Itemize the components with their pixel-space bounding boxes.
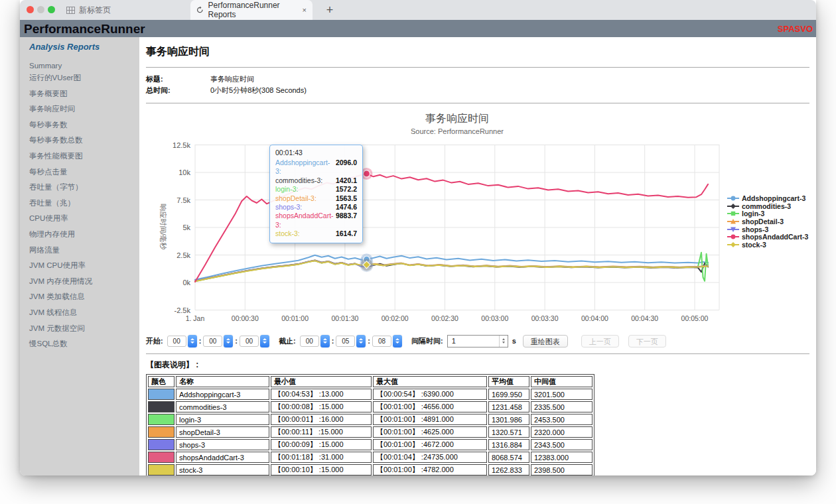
zoom-window-button[interactable] [48,6,55,13]
main-content: 事务响应时间 标题: 事务响应时间 总时间: 0小时5分钟8秒(308 Seco… [139,37,816,475]
svg-text:事务响应时间: 事务响应时间 [425,113,489,124]
sidebar-item[interactable]: JVM 内存使用情况 [29,277,139,286]
stepper-arrows[interactable] [260,335,269,347]
svg-text:00:01:00: 00:01:00 [281,314,309,322]
legend-marker-icon [727,203,739,210]
sidebar: Analysis Reports Summary运行的VUser图事务概要图事务… [20,37,139,475]
meta-duration-value: 0小时5分钟8秒(308 Seconds) [210,85,307,96]
stepper-arrows[interactable] [393,335,402,347]
sidebar-item[interactable]: 吞吐量（兆） [29,198,139,208]
legend-item[interactable]: stock-3 [727,241,808,249]
sidebar-item[interactable]: 事务性能概要图 [29,151,139,161]
table-cell-min: 【00:00:08】 :15.000 [271,401,372,412]
tooltip-row: shops-3:1474.6 [275,203,357,212]
svg-text:00:03:00: 00:03:00 [481,314,508,322]
legend-marker-icon [727,195,739,202]
time-stepper[interactable]: 08 [372,335,402,347]
stepper-arrows[interactable] [320,335,330,347]
tab-close-icon[interactable]: × [303,6,307,14]
sidebar-item[interactable]: 事务概要图 [29,89,139,99]
prev-page-button[interactable]: 上一页 [581,335,619,347]
meta-duration-label: 总时间: [146,85,210,96]
table-cell-avg: 1320.571 [488,426,529,438]
series-color-swatch [148,389,174,400]
redraw-chart-button[interactable]: 重绘图表 [523,335,568,347]
sidebar-item[interactable]: JVM CPU使用率 [29,261,139,271]
table-cell-name: shopDetail-3 [176,426,269,438]
time-stepper[interactable]: 00 [167,335,197,347]
table-cell-median: 2320.000 [531,426,592,438]
legend-item[interactable]: shops-3 [727,225,808,233]
sidebar-item[interactable]: JVM 线程信息 [29,308,139,318]
legend-item[interactable]: shopDetail-3 [727,218,808,225]
sidebar-item[interactable]: 网络流量 [29,245,139,255]
sidebar-item[interactable]: 吞吐量（字节） [29,182,139,192]
interval-stepper[interactable] [499,336,508,347]
new-tab-label: 新标签页 [79,5,111,16]
sidebar-item[interactable]: JVM 元数据空间 [29,324,139,334]
legend-item[interactable]: Addshoppingcart-3 [727,194,808,202]
legend-item[interactable]: shopsAndaddCart-3 [727,233,808,241]
sidebar-item[interactable]: 物理内存使用 [29,229,139,239]
sidebar-item[interactable]: 运行的VUser图 [29,73,139,83]
time-separator: : [332,337,334,345]
new-tab-shortcut[interactable]: 新标签页 [66,0,111,20]
series-color-swatch [148,439,174,450]
time-stepper[interactable]: 00 [203,335,233,347]
stepper-arrows[interactable] [224,335,233,347]
legend-marker-icon [727,241,739,248]
legend-label: login-3 [742,210,764,218]
sidebar-list: Summary运行的VUser图事务概要图事务响应时间每秒事务数每秒事务数总数事… [29,62,139,349]
sidebar-item[interactable]: 每秒事务数总数 [29,135,139,145]
legend-item[interactable]: login-3 [727,210,808,218]
legend-item[interactable]: commodities-3 [727,202,808,210]
table-cell-name: stock-3 [176,464,269,475]
close-window-button[interactable] [27,6,34,13]
svg-text:00:05:00: 00:05:00 [681,314,709,322]
legend-marker-icon [727,233,739,240]
svg-text:响应时间/毫秒: 响应时间/毫秒 [159,204,167,250]
stepper-arrows[interactable] [188,335,197,347]
meta-title-label: 标题: [146,74,210,85]
app-title: PerformanceRunner [24,21,145,37]
sidebar-item[interactable]: 事务响应时间 [29,104,139,114]
table-cell-max: 【00:00:54】 :6390.000 [373,389,487,400]
stepper-arrows[interactable] [356,335,366,347]
time-stepper[interactable]: 00 [300,335,330,347]
time-value: 08 [372,336,391,347]
sidebar-item[interactable]: 每秒事务数 [29,120,139,130]
time-value: 00 [203,336,222,347]
table-cell-max: 【00:01:00】 :4782.000 [373,464,487,475]
legend-label: shopsAndaddCart-3 [742,233,808,241]
svg-text:00:00:30: 00:00:30 [232,314,259,322]
time-stepper[interactable]: 05 [336,335,366,347]
start-time-group: 00:00:00 [167,335,269,347]
sidebar-item[interactable]: 慢SQL总数 [29,339,139,349]
table-cell-median: 2453.500 [531,414,592,425]
table-cell-name: login-3 [176,414,269,425]
svg-text:-2.5k: -2.5k [174,306,191,314]
new-tab-button[interactable]: + [322,2,338,18]
tooltip-row: commodities-3:1420.1 [275,176,357,185]
tab-performancerunner-reports[interactable]: PerformanceRunner Reports × [190,0,313,20]
page-title: 事务响应时间 [146,45,809,59]
sidebar-item[interactable]: JVM 类加载信息 [29,292,139,302]
svg-text:5k: 5k [182,223,190,231]
series-stats-table: 颜色名称最小值最大值平均值中间值 Addshoppingcart-3【00:04… [146,374,594,475]
sidebar-item[interactable]: CPU使用率 [29,214,139,223]
legend-label: Addshoppingcart-3 [742,194,805,202]
svg-text:12.5k: 12.5k [173,141,190,149]
svg-text:Source: PerformanceRunner: Source: PerformanceRunner [411,127,504,135]
interval-input[interactable]: 1 [447,335,508,347]
time-stepper[interactable]: 00 [240,335,269,347]
minimize-window-button[interactable] [37,6,44,13]
table-cell-name: shopsAndaddCart-3 [176,452,269,463]
report-meta: 标题: 事务响应时间 总时间: 0小时5分钟8秒(308 Seconds) [146,68,809,103]
next-page-button[interactable]: 下一页 [628,335,666,347]
table-row: commodities-3【00:00:08】 :15.000【00:01:00… [148,401,592,412]
svg-text:2.5k: 2.5k [176,251,190,259]
sidebar-item[interactable]: 每秒点击量 [29,167,139,177]
sidebar-item[interactable]: Summary [29,62,139,70]
chart-canvas[interactable]: 事务响应时间Source: PerformanceRunner12.5k10k7… [146,107,816,329]
chart-legend: Addshoppingcart-3commodities-3login-3sho… [727,194,808,249]
